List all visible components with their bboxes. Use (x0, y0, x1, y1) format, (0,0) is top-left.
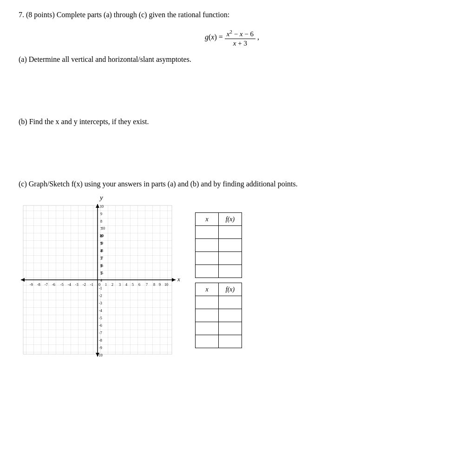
table2-header-fx: f(x) (219, 283, 242, 296)
svg-text:-3: -3 (75, 283, 78, 287)
svg-text:8: 8 (100, 219, 102, 224)
x-axis-arrow-left (21, 278, 25, 282)
svg-text:-5: -5 (99, 316, 102, 320)
svg-text:10: 10 (100, 205, 104, 209)
part-b-text: Find the x and y intercepts, if they exi… (29, 118, 149, 126)
part-a-letter: (a) (19, 55, 27, 63)
svg-text:3: 3 (119, 283, 121, 287)
svg-text:-7: -7 (45, 283, 48, 287)
y-axis-label: y (100, 194, 103, 202)
svg-text:-4: -4 (68, 283, 71, 287)
table1-cell-x2 (196, 239, 219, 252)
svg-text:2: 2 (100, 264, 102, 268)
problem-container: 7. (8 points) Complete parts (a) through… (19, 9, 445, 370)
table2-cell-fx1 (219, 296, 242, 309)
coordinate-grid: -5 -4 -3 -2 -1 0 1 2 3 4 5 6 7 8 (19, 203, 181, 370)
svg-text:-10: -10 (98, 353, 103, 357)
svg-text:2: 2 (111, 283, 113, 287)
svg-text:4: 4 (100, 249, 102, 253)
svg-text:1: 1 (105, 283, 107, 287)
svg-text:10: 10 (164, 283, 168, 287)
svg-text:7: 7 (146, 283, 148, 287)
table1-cell-fx3 (219, 252, 242, 265)
rational-fraction: x2 − x − 6 x + 3 (225, 29, 255, 47)
part-a-text: Determine all vertical and horizontal/sl… (29, 55, 191, 63)
table1-cell-fx1 (219, 226, 242, 239)
svg-text:8: 8 (153, 283, 155, 287)
table2-row-1 (196, 296, 242, 309)
graph-section: y (19, 194, 445, 370)
trailing-comma: , (257, 33, 259, 41)
table1-cell-fx2 (219, 239, 242, 252)
svg-text:5: 5 (100, 242, 102, 246)
svg-text:-7: -7 (99, 331, 102, 335)
table1-cell-x4 (196, 265, 219, 278)
svg-text:7: 7 (100, 227, 102, 231)
table2-row-4 (196, 335, 242, 348)
svg-text:-6: -6 (99, 324, 102, 328)
problem-header: 7. (8 points) Complete parts (a) through… (19, 9, 445, 20)
svg-text:-9: -9 (99, 346, 102, 350)
table2-cell-x2 (196, 309, 219, 322)
svg-text:4: 4 (100, 278, 102, 283)
table2-row-2 (196, 309, 242, 322)
problem-points: (8 points) (26, 11, 55, 19)
svg-text:1: 1 (100, 271, 102, 276)
table2-cell-x4 (196, 335, 219, 348)
table1-cell-x1 (196, 226, 219, 239)
svg-text:-3: -3 (99, 301, 102, 305)
table2-cell-fx3 (219, 322, 242, 335)
svg-text:-1: -1 (90, 283, 93, 287)
part-c-letter: (c) (19, 180, 27, 188)
svg-text:-6: -6 (52, 283, 55, 287)
part-a: (a) Determine all vertical and horizonta… (19, 55, 445, 106)
svg-text:3: 3 (100, 257, 102, 261)
part-b-letter: (b) (19, 118, 27, 126)
function-definition: g(x) = x2 − x − 6 x + 3 , (19, 29, 445, 47)
fraction-denominator: x + 3 (231, 39, 249, 47)
table1-header-x: x (196, 213, 219, 226)
table2-cell-fx2 (219, 309, 242, 322)
svg-text:-9: -9 (30, 283, 33, 287)
part-a-label: (a) Determine all vertical and horizonta… (19, 55, 445, 64)
table2-row-3 (196, 322, 242, 335)
svg-text:9: 9 (159, 283, 161, 287)
part-c-label: (c) Graph/Sketch f(x) using your answers… (19, 180, 445, 188)
part-c-text: Graph/Sketch f(x) using your answers in … (29, 180, 298, 188)
part-c: (c) Graph/Sketch f(x) using your answers… (19, 180, 445, 370)
equals-sign: = (219, 33, 225, 41)
svg-text:-4: -4 (99, 309, 102, 313)
svg-text:-2: -2 (83, 283, 86, 287)
fraction-numerator: x2 − x − 6 (225, 29, 255, 39)
table1-row-3 (196, 252, 242, 265)
problem-description: Complete parts (a) through (c) given the… (57, 11, 229, 19)
table1-row-1 (196, 226, 242, 239)
table1-header-fx: f(x) (219, 213, 242, 226)
svg-text:9: 9 (100, 212, 102, 216)
svg-text:-1: -1 (99, 286, 102, 291)
svg-text:-8: -8 (37, 283, 40, 287)
problem-number: 7. (19, 11, 24, 19)
svg-text:-8: -8 (99, 338, 102, 343)
table2-cell-x3 (196, 322, 219, 335)
table2-header-x: x (196, 283, 219, 296)
table1-cell-x3 (196, 252, 219, 265)
table1-row-2 (196, 239, 242, 252)
function-name: g(x) (205, 33, 217, 41)
svg-text:5: 5 (132, 283, 134, 287)
svg-text:4: 4 (125, 283, 127, 287)
part-b: (b) Find the x and y intercepts, if they… (19, 118, 445, 169)
table2-cell-fx4 (219, 335, 242, 348)
value-table-2: x f(x) (195, 283, 242, 348)
x-label: x (177, 276, 180, 283)
tables-container: x f(x) (195, 194, 242, 348)
value-table-1: x f(x) (195, 212, 242, 278)
part-a-answer-space (19, 69, 445, 106)
part-b-label: (b) Find the x and y intercepts, if they… (19, 118, 445, 126)
table1-cell-fx4 (219, 265, 242, 278)
table2-cell-x1 (196, 296, 219, 309)
x-axis-arrow-right (172, 278, 176, 282)
part-b-answer-space (19, 132, 445, 169)
svg-text:-5: -5 (60, 283, 64, 287)
svg-text:6: 6 (100, 234, 102, 238)
